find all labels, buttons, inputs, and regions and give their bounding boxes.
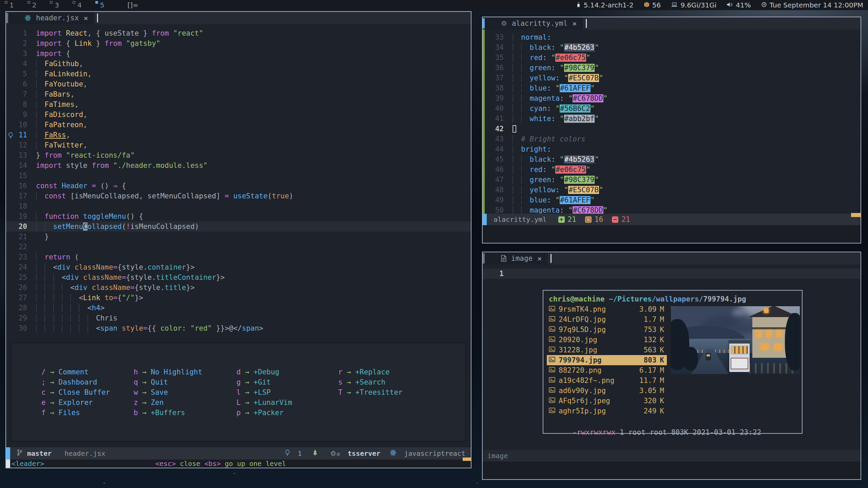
workspace-3[interactable]: 3: [55, 1, 59, 9]
editor-window-alacritty-yml[interactable]: ⚙ alacritty.yml × 33 normal:34 black: "#…: [482, 17, 861, 243]
tab-header-jsx[interactable]: header.jsx ×: [6, 12, 94, 24]
editor-window-header-jsx[interactable]: header.jsx × 1import React, { useState }…: [5, 11, 471, 468]
code-line-13[interactable]: 13} from "react-icons/fa": [6, 150, 471, 160]
workspace-4[interactable]: 4: [77, 1, 82, 9]
which-key-binding-p[interactable]: p → +Packer: [236, 408, 338, 418]
tab-alacritty-yml[interactable]: ⚙ alacritty.yml ×: [483, 17, 583, 30]
code-line-30[interactable]: 30 <span style={{ color: "red" }}>@</spa…: [6, 323, 471, 333]
code-line-37[interactable]: 37 yellow: "#E5C07B": [483, 73, 861, 83]
code-line-9[interactable]: 9 FaDiscord,: [6, 110, 471, 120]
code-line-39[interactable]: 39 magenta: "#C678DD": [483, 93, 861, 103]
which-key-binding-/[interactable]: / → Comment: [41, 367, 134, 377]
code-line-11[interactable]: 11 FaRss,: [6, 130, 471, 140]
code-line-17[interactable]: 17 const [isMenuCollapsed, setMenuCollap…: [6, 191, 471, 201]
code-line-1[interactable]: 1: [483, 269, 861, 279]
code-line-29[interactable]: 29 Chris: [6, 313, 471, 323]
tab-close-icon[interactable]: ×: [572, 19, 577, 28]
which-key-binding-e[interactable]: e → Explorer: [41, 397, 134, 408]
which-key-binding-l[interactable]: l → +LSP: [236, 387, 338, 397]
code-line-6[interactable]: 6 FaYoutube,: [6, 79, 471, 89]
code-line-20[interactable]: 20 setMenuCollapsed(!isMenuCollapsed): [6, 221, 471, 232]
code-line-27[interactable]: 27 <Link to={"/"}>: [6, 293, 471, 303]
which-key-binding-r[interactable]: r → +Replace: [338, 367, 465, 377]
which-key-binding-L[interactable]: L → +LunarVim: [236, 397, 338, 408]
code-line-19[interactable]: 19 function toggleMenu() {: [6, 211, 471, 221]
code-line-43[interactable]: 43 # Bright colors: [483, 134, 861, 144]
which-key-binding-g[interactable]: g → +Git: [236, 377, 338, 387]
code-line-25[interactable]: 25 <div className={style.titleContainer}…: [6, 272, 471, 282]
command-line[interactable]: <leader> <esc> close <bs> go up one leve…: [6, 460, 471, 468]
which-key-binding-h[interactable]: h → No Highlight: [134, 367, 236, 377]
code-area-alacritty[interactable]: 33 normal:34 black: "#4b5263"35 red: "#e…: [483, 30, 861, 243]
code-line-24[interactable]: 24 <div className={style.container}>: [6, 262, 471, 272]
which-key-binding-s[interactable]: s → +Search: [338, 377, 465, 387]
code-line-48[interactable]: 48 yellow: "#E5C07B": [483, 185, 861, 195]
code-line-7[interactable]: 7 FaBars,: [6, 89, 471, 99]
which-key-binding-;[interactable]: ; → Dashboard: [41, 377, 134, 387]
code-line-46[interactable]: 46 red: "#e06c75": [483, 164, 861, 175]
which-key-binding-T[interactable]: T → +Treesitter: [338, 387, 465, 397]
which-key-binding-q[interactable]: q → Quit: [134, 377, 236, 387]
code-line-34[interactable]: 34 black: "#4b5263": [483, 42, 861, 53]
code-line-22[interactable]: 22: [6, 242, 471, 252]
code-line-45[interactable]: 45 black: "#4b5263": [483, 154, 861, 164]
layout-symbol[interactable]: []=: [128, 1, 138, 9]
code-line-18[interactable]: 18: [6, 201, 471, 211]
file-row-a19c482f~.png[interactable]: a19c482f~.png11.7M: [547, 375, 667, 386]
code-line-44[interactable]: 44 bright:: [483, 144, 861, 154]
file-row-97q9L5D.jpg[interactable]: 97q9L5D.jpg753K: [547, 325, 667, 335]
which-key-binding-b[interactable]: b → +Buffers: [134, 408, 236, 418]
which-key-binding-d[interactable]: d → +Debug: [236, 367, 338, 377]
which-key-binding-c[interactable]: c → Close Buffer: [41, 387, 134, 397]
code-line-16[interactable]: 16const Header = () ⇒ {: [6, 181, 471, 191]
workspace-5[interactable]: 5: [100, 1, 104, 9]
code-text: [27, 242, 36, 252]
workspace-1[interactable]: 1: [9, 1, 14, 9]
tab-image[interactable]: image ×: [483, 252, 548, 265]
file-row-20920.jpg[interactable]: 20920.jpg132K: [547, 335, 667, 345]
code-line-35[interactable]: 35 red: "#e06c75": [483, 53, 861, 63]
clock-icon: [761, 1, 767, 9]
code-line-2[interactable]: 2import { Link } from "gatsby": [6, 38, 471, 48]
code-line-49[interactable]: 49 blue: "#61AFEF": [483, 195, 861, 205]
line-number: 9: [6, 110, 27, 120]
code-line-5[interactable]: 5 FaLinkedin,: [6, 69, 471, 79]
code-line-28[interactable]: 28 <h4>: [6, 303, 471, 313]
which-key-binding-w[interactable]: w → Save: [134, 387, 236, 397]
code-line-40[interactable]: 40 cyan: "#56B6C2": [483, 103, 861, 114]
file-row-AFq5r6j.jpeg[interactable]: AFq5r6j.jpeg320K: [547, 396, 667, 406]
code-line-47[interactable]: 47 green: "#98C379": [483, 175, 861, 185]
code-line-33[interactable]: 33 normal:: [483, 32, 861, 42]
code-line-23[interactable]: 23 return (: [6, 252, 471, 262]
file-row-ad6v90y.jpg[interactable]: ad6v90y.jpg3.05M: [547, 386, 667, 396]
code-line-42[interactable]: 42: [483, 124, 861, 134]
scrollbar-indicator[interactable]: [463, 457, 471, 461]
scrollbar-indicator[interactable]: [851, 213, 861, 217]
code-line-36[interactable]: 36 green: "#98C379": [483, 63, 861, 73]
code-line-1[interactable]: 1import React, { useState } from "react": [6, 28, 471, 38]
file-row-24LrDFQ.jpg[interactable]: 24LrDFQ.jpg1.7M: [547, 314, 667, 325]
git-branch-name[interactable]: master: [27, 449, 52, 457]
code-line-10[interactable]: 10 FaPatreon,: [6, 120, 471, 130]
file-row-799794.jpg[interactable]: 799794.jpg803K: [547, 355, 667, 365]
tab-close-icon[interactable]: ×: [537, 254, 542, 263]
tab-close-icon[interactable]: ×: [83, 14, 88, 22]
workspace-2[interactable]: 2: [32, 1, 37, 9]
code-line-4[interactable]: 4 FaGithub,: [6, 59, 471, 69]
code-line-3[interactable]: 3import {: [6, 48, 471, 59]
file-row-aghr5Ip.jpg[interactable]: aghr5Ip.jpg249K: [547, 406, 667, 416]
which-key-binding-z[interactable]: z → Zen: [134, 397, 236, 408]
code-line-15[interactable]: 15: [6, 171, 471, 181]
file-row-31228.jpg[interactable]: 31228.jpg563K: [547, 345, 667, 355]
code-line-41[interactable]: 41 white: "#abb2bf": [483, 114, 861, 124]
code-line-21[interactable]: 21 }: [6, 232, 471, 242]
code-line-12[interactable]: 12 FaTwitter,: [6, 140, 471, 150]
file-row-882720.png[interactable]: 882720.png6.17M: [547, 365, 667, 375]
code-line-8[interactable]: 8 FaTimes,: [6, 99, 471, 110]
editor-window-image[interactable]: image × 1 chris@machine ~/Pictures/wallp…: [482, 252, 861, 480]
code-line-38[interactable]: 38 blue: "#61AFEF": [483, 83, 861, 93]
file-row-9rsmTK4.png[interactable]: 9rsmTK4.png3.09M: [547, 304, 667, 314]
which-key-binding-f[interactable]: f → Files: [41, 408, 134, 418]
code-line-26[interactable]: 26 <div className={style.title}>: [6, 282, 471, 293]
code-line-14[interactable]: 14import style from "./header.module.les…: [6, 160, 471, 171]
